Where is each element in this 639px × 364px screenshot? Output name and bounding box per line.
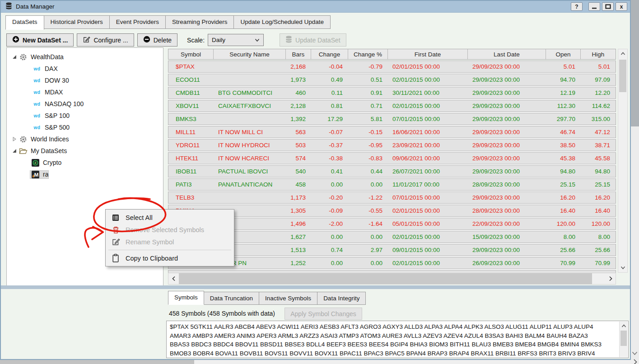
scroll-thumb[interactable] — [619, 60, 626, 92]
scroll-thumb[interactable] — [0, 360, 194, 364]
cell-symbol: MILL11 — [168, 126, 214, 138]
table-row[interactable]: BMIN41,305-0.09-0.5502/01/2015 00:0028/0… — [168, 205, 616, 217]
update-dataset-label: Update DataSet — [295, 37, 340, 44]
scroll-left-arrow[interactable] — [168, 273, 179, 284]
table-vertical-scrollbar[interactable] — [618, 49, 628, 273]
page-vertical-scrollbar[interactable] — [631, 0, 639, 360]
collapse-arrow-icon[interactable] — [10, 55, 18, 59]
scroll-up-arrow[interactable] — [618, 49, 627, 58]
collapse-arrow-icon[interactable] — [10, 149, 18, 153]
new-dataset-button[interactable]: New DataSet ... — [6, 33, 74, 47]
cell-change: -2.00 — [311, 218, 348, 229]
tab-event-providers[interactable]: Event Providers — [110, 15, 166, 29]
menu-item-rename-symbol[interactable]: Rename Symbol — [106, 236, 234, 248]
column-header-symbol[interactable]: Symbol — [168, 49, 214, 59]
column-header-open[interactable]: Open — [546, 49, 581, 59]
cell-last-date: 22/09/2023 00:00 — [468, 218, 546, 229]
table-row[interactable]: TELB31,173-0.20-1.2207/01/2015 00:0029/0… — [168, 191, 616, 204]
cell-first-date: 11/01/2017 00:00 — [388, 179, 468, 190]
tree-item-label: WealthData — [31, 53, 64, 61]
table-row[interactable]: 1,6270.000.0002/01/2015 00:0015/09/2023 … — [168, 231, 616, 243]
tree-item-world-indices[interactable]: World Indices — [7, 133, 163, 145]
table-row[interactable]: HTEK11IT NOW HCARECI574-0.38-0.8309/06/2… — [168, 152, 616, 164]
cell-open: 16.20 — [546, 192, 581, 203]
minimize-button[interactable] — [588, 2, 600, 11]
cell-bars: 1,173 — [286, 192, 311, 203]
table-row[interactable]: 1,496-2.00-1.6405/01/2015 00:0022/09/202… — [168, 218, 616, 230]
scroll-right-arrow[interactable] — [605, 273, 616, 284]
svg-text:M: M — [34, 172, 38, 177]
bottom-tab-symbols[interactable]: Symbols — [168, 291, 204, 305]
cell-open: 297.70 — [546, 113, 581, 125]
menu-item-remove-selected-symbols[interactable]: Remove Selected Symbols — [106, 224, 234, 236]
cell-change: -0.09 — [311, 205, 348, 216]
table-horizontal-scrollbar[interactable] — [168, 273, 616, 285]
cell-symbol: $PTAX — [168, 61, 214, 72]
help-button[interactable]: ? — [571, 2, 583, 11]
close-button[interactable]: x — [616, 2, 627, 11]
scale-dropdown[interactable]: Daily — [208, 34, 264, 46]
scroll-thumb[interactable] — [631, 0, 639, 126]
table-row[interactable]: YDRO11IT NOW HYDROCI503-0.37-0.9523/09/2… — [168, 139, 616, 151]
tree-item-content: wdNASDAQ 100 — [32, 100, 84, 107]
delete-button[interactable]: Delete — [137, 33, 177, 47]
tree-item-my-datasets[interactable]: My DataSets — [7, 145, 163, 157]
table-row[interactable]: 1,5130.742.9709/01/2015 00:0029/09/2023 … — [168, 244, 616, 256]
tab-streaming-providers[interactable]: Streaming Providers — [166, 15, 234, 29]
titlebar-buttons: ? x — [571, 2, 627, 11]
splitter-bar[interactable] — [1, 285, 630, 289]
column-header-bars[interactable]: Bars — [286, 49, 311, 59]
cell-change: 0.74 — [311, 244, 348, 256]
symbols-text-area[interactable]: $PTAX 5GTK11 AALR3 ABCB4 ABEV3 ACWI11 AE… — [166, 321, 629, 358]
bottom-tab-data-truncation[interactable]: Data Truncation — [204, 292, 259, 305]
bottom-tab-inactive-symbols[interactable]: Inactive Symbols — [259, 292, 317, 305]
table-row[interactable]: MILL11IT NOW MILL CI563-0.07-0.1516/06/2… — [168, 126, 616, 138]
table-row[interactable]: XBOV11CAIXAETFXBOVCI2,1280.810.7102/01/2… — [168, 100, 616, 112]
expand-arrow-icon[interactable] — [10, 137, 18, 141]
configure-button[interactable]: Configure ... — [77, 33, 134, 47]
tab-datasets[interactable]: DataSets — [5, 15, 44, 30]
scroll-right-arrow[interactable] — [633, 358, 638, 364]
scroll-up-arrow[interactable] — [620, 322, 628, 330]
menu-item-copy-to-clipboard[interactable]: Copy to Clipboard — [106, 252, 234, 264]
tree-item-wealthdata[interactable]: WealthData — [7, 51, 163, 63]
apply-symbol-changes-button[interactable]: Apply Symbol Changes — [285, 308, 362, 320]
table-row[interactable]: LSIOR PN1,2520.000.0002/01/2015 00:0026/… — [168, 257, 616, 269]
tree-item-s-p-100[interactable]: wdS&P 100 — [7, 110, 163, 121]
column-header-security-name[interactable]: Security Name — [214, 49, 286, 59]
column-header-first-date[interactable]: First Date — [388, 49, 468, 59]
wd-icon: wd — [32, 90, 42, 95]
column-header-high[interactable]: High — [581, 49, 616, 59]
cell-bars: 1,305 — [286, 205, 311, 216]
update-dataset-button[interactable]: Update DataSet — [280, 33, 346, 47]
tree-item-ra[interactable]: Mra — [7, 168, 163, 180]
table-row[interactable]: ECOO111,9730.490.5102/01/2015 00:0029/09… — [168, 74, 616, 86]
page-horizontal-scrollbar[interactable] — [0, 360, 639, 364]
scroll-thumb[interactable] — [620, 331, 627, 346]
column-header-last-date[interactable]: Last Date — [468, 49, 546, 59]
table-row[interactable]: CMDB11BTG COMMODITCI4600.110.9130/11/202… — [168, 87, 616, 99]
column-header-change[interactable]: Change — [311, 49, 348, 59]
table-row[interactable]: BMKS31,39217.295.8107/01/2015 00:0029/09… — [168, 113, 616, 125]
tree-item-s-p-500[interactable]: wdS&P 500 — [7, 121, 163, 133]
tab-historical-providers[interactable]: Historical Providers — [44, 15, 110, 29]
tree-item-crypto[interactable]: Crypto — [7, 157, 163, 168]
tab-update-log-scheduled-update[interactable]: Update Log/Scheduled Update — [234, 15, 331, 29]
table-row[interactable]: $PTAX2,168-0.04-0.7902/01/2015 00:0029/0… — [168, 61, 616, 73]
bottom-tab-data-integrity[interactable]: Data Integrity — [317, 292, 366, 305]
maximize-button[interactable] — [602, 2, 614, 11]
menu-item-select-all[interactable]: Select All — [106, 211, 234, 224]
tree-item-dow-30[interactable]: wdDOW 30 — [7, 75, 163, 86]
scroll-down-arrow[interactable] — [618, 263, 627, 272]
table-row[interactable]: PATI3PANATLANTICAON4580.000.0011/01/2017… — [168, 178, 616, 191]
scroll-thumb[interactable] — [179, 273, 592, 284]
tree-item-dax[interactable]: wdDAX — [7, 63, 163, 75]
cell-open: 112.30 — [546, 100, 581, 112]
tree-item-nasdaq-100[interactable]: wdNASDAQ 100 — [7, 98, 163, 110]
table-row[interactable]: IBOB11PACTUAL IBOVCI5400.410.4426/07/202… — [168, 165, 616, 177]
cell-high: 25.66 — [581, 244, 616, 256]
column-header-change[interactable]: Change % — [348, 49, 388, 59]
textarea-vertical-scrollbar[interactable] — [619, 322, 628, 357]
scroll-down-arrow[interactable] — [631, 350, 638, 358]
tree-item-mdax[interactable]: wdMDAX — [7, 86, 163, 98]
